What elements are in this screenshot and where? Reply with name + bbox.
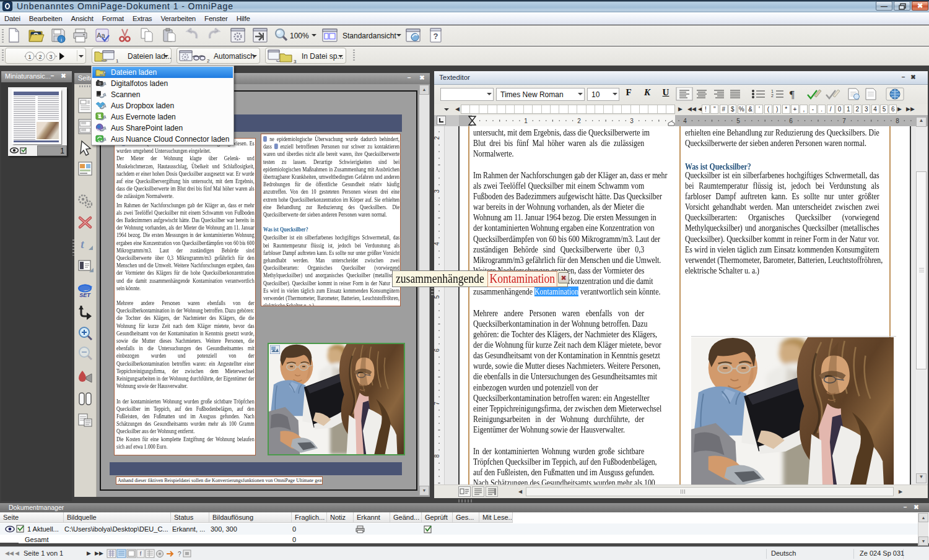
svg-text:3: 3: [630, 118, 634, 124]
svg-text:5: 5: [736, 118, 740, 124]
svg-text:1: 1: [28, 54, 31, 60]
svg-text:3: 3: [434, 189, 440, 193]
svg-text:3: 3: [294, 59, 297, 64]
svg-text:6: 6: [789, 118, 793, 124]
svg-text:2: 2: [207, 58, 210, 64]
svg-text:5: 5: [434, 295, 440, 299]
svg-text:1: 1: [116, 58, 119, 64]
svg-text:8: 8: [896, 118, 899, 124]
svg-text:4: 4: [434, 242, 440, 246]
svg-text:?: ?: [178, 551, 181, 558]
svg-text:SET: SET: [79, 292, 91, 298]
svg-text:¶: ¶: [790, 88, 795, 100]
svg-text:2: 2: [38, 54, 41, 60]
svg-text:7: 7: [434, 402, 440, 405]
svg-text:1: 1: [771, 89, 774, 93]
svg-text:2: 2: [434, 136, 440, 140]
svg-text:1: 1: [524, 118, 528, 124]
svg-text:7: 7: [842, 118, 846, 124]
svg-text:8: 8: [434, 454, 440, 458]
svg-text:6: 6: [434, 348, 440, 352]
svg-text:Aa: Aa: [97, 32, 105, 39]
svg-text:3: 3: [49, 54, 52, 60]
svg-text:t: t: [81, 238, 84, 251]
svg-text:?: ?: [434, 32, 438, 41]
svg-text:4: 4: [683, 118, 687, 124]
svg-text:2: 2: [577, 118, 581, 124]
svg-text:2: 2: [771, 93, 774, 98]
